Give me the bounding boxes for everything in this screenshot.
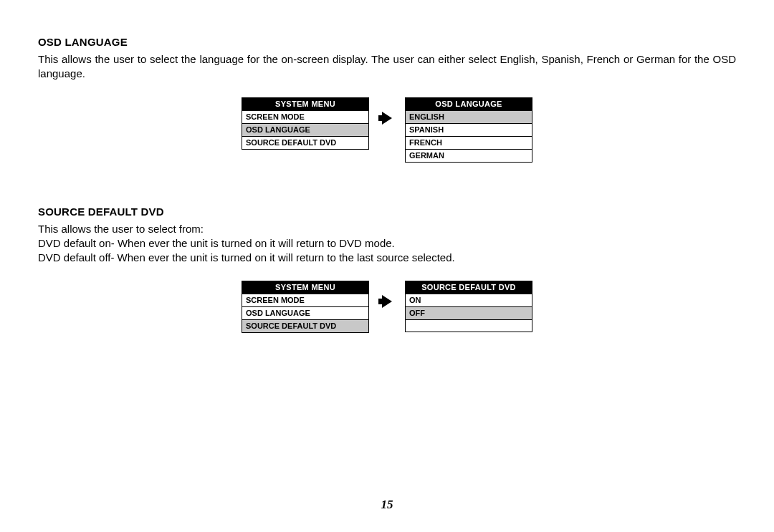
source-default-menu-table: SOURCE DEFAULT DVD ON OFF [405, 281, 532, 332]
source-default-menu-block: SYSTEM MENU SCREEN MODE OSD LANGUAGE SOU… [38, 281, 736, 333]
page-number: 15 [0, 498, 774, 512]
osd-language-section: Osd Language This allows the user to sel… [38, 36, 736, 163]
osd-language-paragraph: This allows the user to select the langu… [38, 52, 736, 82]
document-page: Osd Language This allows the user to sel… [0, 0, 774, 532]
system-menu-header-2: SYSTEM MENU [242, 281, 368, 294]
osd-language-heading: Osd Language [38, 36, 736, 48]
source-default-line3: DVD default off- When ever the unit is t… [38, 251, 736, 265]
menu-row: FRENCH [406, 136, 532, 149]
menu-row: SPANISH [406, 123, 532, 136]
arrow-right-icon [382, 281, 392, 309]
menu-row [406, 319, 532, 332]
source-default-menu-header: SOURCE DEFAULT DVD [406, 281, 532, 294]
source-default-line2: DVD default on- When ever the unit is tu… [38, 236, 736, 251]
menu-row: SOURCE DEFAULT DVD [242, 136, 368, 149]
menu-row: OFF [406, 306, 532, 319]
menu-row: OSD LANGUAGE [242, 306, 368, 319]
arrow-right-icon [382, 97, 392, 126]
menu-row: ENGLISH [406, 110, 532, 123]
system-menu-header: SYSTEM MENU [242, 98, 368, 110]
system-menu-table: SYSTEM MENU SCREEN MODE OSD LANGUAGE SOU… [242, 97, 369, 150]
source-default-text: This allows the user to select from: DVD… [38, 222, 736, 266]
source-default-section: SOURCE DEFAULT DVD This allows the user … [38, 205, 736, 334]
source-default-heading: SOURCE DEFAULT DVD [38, 205, 736, 218]
source-default-line1: This allows the user to select from: [38, 222, 736, 236]
system-menu-table-2: SYSTEM MENU SCREEN MODE OSD LANGUAGE SOU… [242, 281, 369, 333]
menu-row: SCREEN MODE [242, 110, 368, 123]
menu-row: SCREEN MODE [242, 294, 368, 306]
menu-row: GERMAN [406, 149, 532, 162]
menu-row: ON [406, 294, 532, 306]
menu-row: OSD LANGUAGE [242, 123, 368, 136]
osd-language-menu-block: SYSTEM MENU SCREEN MODE OSD LANGUAGE SOU… [38, 97, 736, 163]
osd-language-menu-header: OSD LANGUAGE [406, 98, 532, 110]
menu-row: SOURCE DEFAULT DVD [242, 319, 368, 332]
osd-language-menu-table: OSD LANGUAGE ENGLISH SPANISH FRENCH GERM… [405, 97, 532, 163]
